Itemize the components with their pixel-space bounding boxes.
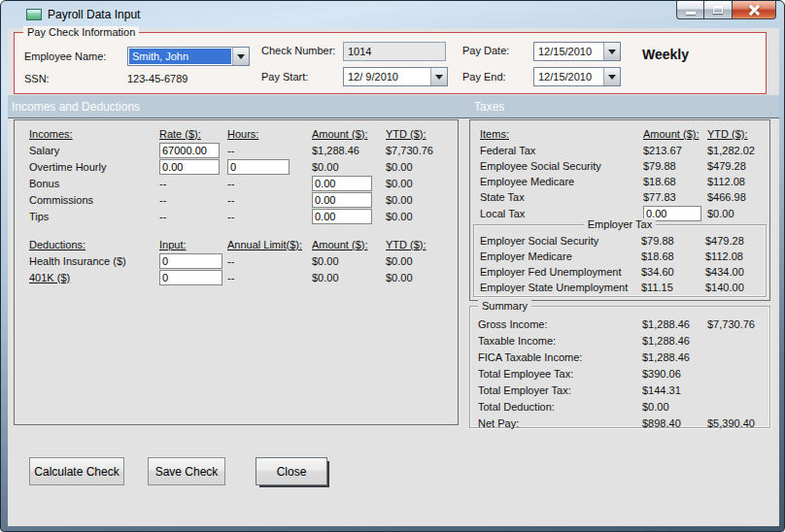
pay-start-dropdown-icon[interactable] [430, 68, 447, 85]
incomes-deductions-panel: Incomes: Rate ($): Hours: Amount ($): YT… [14, 119, 459, 425]
row-amount: $390.06 [642, 368, 707, 380]
deduction-row-health-insurance: Health Insurance ($) -- $0.00 $0.00 [29, 252, 456, 269]
row-hours: -- [227, 211, 312, 222]
row-rate: -- [159, 178, 227, 189]
annual-limit-col-header: Annual Limit($): [227, 239, 312, 250]
row-amount: $0.00 [642, 401, 707, 413]
overtime-hours-input[interactable] [227, 159, 290, 175]
row-ytd: $112.08 [705, 250, 764, 262]
amount-col-header: Amount ($): [312, 239, 386, 250]
paycheck-info-group: Pay Check Information Employee Name: Smi… [14, 32, 767, 94]
employee-name-combobox[interactable]: Smith, John [127, 47, 250, 66]
items-col-header: Items: [480, 128, 643, 140]
row-ytd: $0.00 [707, 208, 768, 219]
row-amount: $898.40 [642, 417, 707, 429]
401k-input[interactable] [159, 270, 222, 285]
row-amount: $34.60 [641, 266, 705, 278]
row-label: Total Employee Tax: [478, 368, 642, 380]
row-ytd: $0.00 [386, 161, 456, 173]
tips-amount-input[interactable] [312, 209, 372, 224]
rate-col-header: Rate ($): [159, 128, 227, 140]
income-row-commissions: Commissions -- -- $0.00 [29, 191, 456, 208]
taxes-header-row: Items: Amount ($): YTD ($): [480, 126, 768, 142]
row-rate: -- [159, 211, 227, 222]
row-ytd: $1,282.02 [707, 145, 768, 156]
row-limit: -- [227, 272, 312, 283]
row-label: Overtime Hourly [29, 161, 159, 173]
pay-date-label: Pay Date: [462, 45, 509, 56]
titlebar[interactable]: Payroll Data Input [1, 1, 784, 28]
row-label: Net Pay: [478, 417, 642, 429]
maximize-icon [713, 6, 723, 14]
close-button[interactable] [732, 1, 776, 19]
pay-start-datepicker[interactable]: 12/ 9/2010 [343, 67, 448, 86]
row-label: Employee Social Security [480, 160, 643, 172]
row-amount: $79.88 [643, 160, 707, 172]
row-ytd: $0.00 [386, 272, 456, 283]
row-label: Health Insurance ($) [29, 255, 159, 267]
row-hours: -- [227, 178, 312, 189]
health-insurance-input[interactable] [159, 253, 222, 269]
pay-frequency-label: Weekly [642, 47, 689, 62]
deductions-header-row: Deductions: Input: Annual Limit($): Amou… [29, 236, 456, 252]
pay-end-value: 12/15/2010 [534, 68, 603, 85]
employee-name-dropdown-icon[interactable] [232, 48, 249, 65]
calculate-check-button[interactable]: Calculate Check [29, 457, 124, 485]
close-check-button[interactable]: Close [256, 457, 327, 485]
employer-row-fed-unemployment: Employer Fed Unemployment $34.60 $434.00 [480, 264, 764, 280]
row-label: Commissions [29, 194, 159, 206]
income-row-overtime: Overtime Hourly $0.00 $0.00 [29, 158, 456, 175]
summary-group: Summary Gross Income: $1,288.46 $7,730.7… [469, 306, 770, 428]
hours-col-header: Hours: [227, 128, 312, 140]
minimize-icon [686, 12, 696, 15]
section-title-taxes: Taxes [474, 100, 504, 114]
summary-row-gross: Gross Income: $1,288.46 $7,730.76 [478, 316, 768, 332]
row-amount: $213.67 [643, 145, 707, 156]
paycheck-group-title: Pay Check Information [23, 26, 139, 38]
tax-row-employee-medicare: Employee Medicare $18.68 $112.08 [480, 174, 768, 189]
row-label-401k-link[interactable]: 401K ($) [29, 272, 159, 283]
row-amount: $11.15 [641, 282, 705, 293]
row-hours: -- [227, 194, 312, 206]
row-rate: -- [159, 194, 227, 206]
summary-row-taxable: Taxable Income: $1,288.46 [478, 333, 768, 349]
pay-end-dropdown-icon[interactable] [603, 68, 620, 85]
summary-row-deduction: Total Deduction: $0.00 [478, 399, 768, 415]
row-amount: $0.00 [312, 255, 386, 267]
bonus-amount-input[interactable] [312, 176, 372, 191]
check-number-field: 1014 [343, 42, 446, 61]
row-ytd: $466.98 [707, 191, 768, 203]
row-label: Employer Social Security [480, 235, 641, 247]
row-amount: $1,288.46 [642, 351, 707, 363]
income-row-tips: Tips -- -- $0.00 [29, 208, 456, 224]
overtime-rate-input[interactable] [159, 159, 220, 175]
pay-date-datepicker[interactable]: 12/15/2010 [533, 42, 621, 61]
row-ytd: $7,730.76 [386, 145, 456, 156]
commissions-amount-input[interactable] [312, 192, 372, 208]
row-label: Bonus [29, 178, 159, 189]
row-label: State Tax [480, 191, 643, 203]
incomes-col-header: Incomes: [29, 128, 159, 140]
window-title: Payroll Data Input [48, 8, 140, 21]
save-check-button[interactable]: Save Check [148, 457, 225, 485]
input-col-header: Input: [159, 239, 227, 250]
amount-col-header: Amount ($): [643, 128, 707, 140]
pay-end-datepicker[interactable]: 12/15/2010 [533, 67, 621, 86]
employer-tax-group: Employer Tax Employer Social Security $7… [473, 224, 767, 297]
maximize-button[interactable] [704, 1, 732, 19]
minimize-button[interactable] [676, 1, 704, 19]
client-area: Pay Check Information Employee Name: Smi… [8, 28, 779, 526]
row-ytd: $0.00 [386, 211, 456, 222]
tax-row-federal: Federal Tax $213.67 $1,282.02 [480, 143, 768, 158]
income-row-salary: Salary -- $1,288.46 $7,730.76 [29, 142, 456, 158]
row-ytd: $434.00 [705, 266, 764, 278]
row-label: Taxable Income: [478, 335, 642, 347]
salary-rate-input[interactable] [159, 143, 220, 158]
employee-name-label: Employee Name: [24, 50, 106, 62]
ytd-col-header: YTD ($): [386, 239, 456, 250]
pay-date-dropdown-icon[interactable] [603, 43, 620, 60]
employer-tax-group-title: Employer Tax [584, 218, 656, 230]
row-label: Gross Income: [478, 318, 642, 330]
summary-row-fica: FICA Taxable Income: $1,288.46 [478, 349, 768, 365]
row-amount: $144.31 [642, 384, 707, 396]
